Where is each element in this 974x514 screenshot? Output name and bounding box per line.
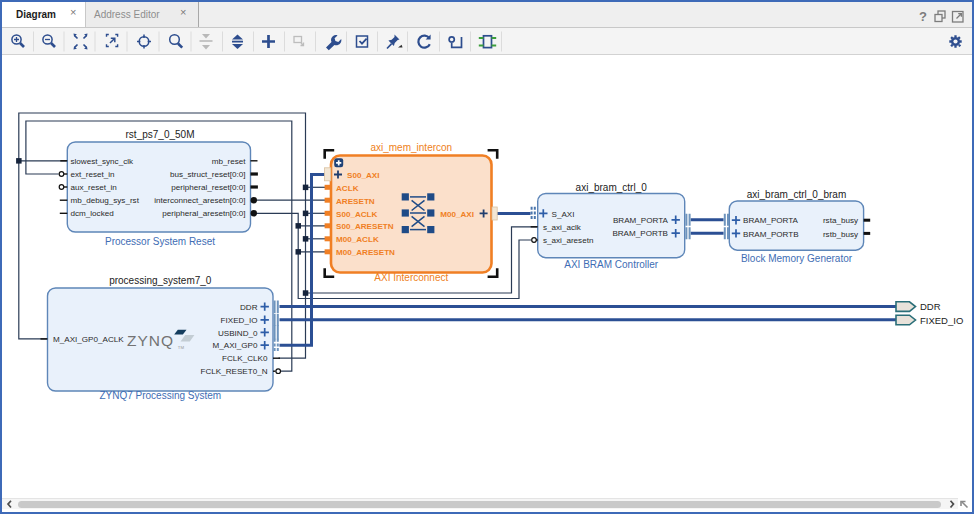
svg-text:Processor System Reset: Processor System Reset bbox=[105, 236, 215, 247]
svg-text:DDR: DDR bbox=[920, 301, 941, 312]
svg-text:S00_AXI: S00_AXI bbox=[347, 171, 379, 180]
svg-text:Block Memory Generator: Block Memory Generator bbox=[741, 253, 853, 264]
svg-text:rsta_busy: rsta_busy bbox=[823, 216, 859, 225]
svg-text:ext_reset_in: ext_reset_in bbox=[71, 170, 115, 179]
svg-text:bus_struct_reset[0:0]: bus_struct_reset[0:0] bbox=[170, 170, 246, 179]
svg-text:FIXED_IO: FIXED_IO bbox=[221, 316, 258, 325]
svg-text:DDR: DDR bbox=[240, 303, 258, 312]
svg-text:AXI Interconnect: AXI Interconnect bbox=[374, 272, 448, 283]
svg-text:aux_reset_in: aux_reset_in bbox=[71, 183, 117, 192]
svg-text:mb_reset: mb_reset bbox=[212, 157, 246, 166]
svg-text:USBIND_0: USBIND_0 bbox=[218, 329, 258, 338]
svg-text:ACLK: ACLK bbox=[336, 184, 359, 193]
svg-text:BRAM_PORTB: BRAM_PORTB bbox=[743, 230, 799, 239]
svg-text:dcm_locked: dcm_locked bbox=[71, 209, 114, 218]
svg-text:rst_ps7_0_50M: rst_ps7_0_50M bbox=[126, 129, 195, 140]
svg-text:M00_ARESETN: M00_ARESETN bbox=[336, 248, 395, 257]
svg-text:peripheral_reset[0:0]: peripheral_reset[0:0] bbox=[171, 183, 245, 192]
svg-text:ARESETN: ARESETN bbox=[336, 197, 375, 206]
svg-text:M_AXI_GP0_ACLK: M_AXI_GP0_ACLK bbox=[53, 335, 124, 344]
svg-text:M00_AXI: M00_AXI bbox=[440, 210, 474, 219]
svg-text:S00_ACLK: S00_ACLK bbox=[336, 210, 378, 219]
svg-text:ZYNQ: ZYNQ bbox=[127, 332, 174, 349]
svg-text:S00_ARESETN: S00_ARESETN bbox=[336, 222, 394, 231]
svg-text:S_AXI: S_AXI bbox=[552, 210, 575, 219]
svg-text:TM: TM bbox=[178, 345, 185, 350]
svg-text:M00_ACLK: M00_ACLK bbox=[336, 235, 379, 244]
svg-text:?: ? bbox=[919, 9, 927, 24]
svg-text:s_axi_aresetn: s_axi_aresetn bbox=[543, 236, 593, 245]
svg-text:FCLK_CLK0: FCLK_CLK0 bbox=[222, 354, 268, 363]
svg-text:mb_debug_sys_rst: mb_debug_sys_rst bbox=[71, 196, 140, 205]
svg-text:peripheral_aresetn[0:0]: peripheral_aresetn[0:0] bbox=[162, 209, 245, 218]
svg-text:processing_system7_0: processing_system7_0 bbox=[109, 275, 212, 286]
svg-text:axi_bram_ctrl_0_bram: axi_bram_ctrl_0_bram bbox=[747, 189, 847, 200]
svg-text:FIXED_IO: FIXED_IO bbox=[920, 315, 963, 326]
svg-text:rstb_busy: rstb_busy bbox=[823, 230, 859, 239]
svg-text:slowest_sync_clk: slowest_sync_clk bbox=[71, 157, 134, 166]
svg-text:M_AXI_GP0: M_AXI_GP0 bbox=[213, 341, 258, 350]
svg-text:s_axi_aclk: s_axi_aclk bbox=[543, 223, 582, 232]
svg-text:interconnect_aresetn[0:0]: interconnect_aresetn[0:0] bbox=[154, 196, 245, 205]
svg-text:ZYNQ7 Processing System: ZYNQ7 Processing System bbox=[99, 390, 221, 401]
svg-text:BRAM_PORTA: BRAM_PORTA bbox=[613, 216, 669, 225]
svg-text:axi_bram_ctrl_0: axi_bram_ctrl_0 bbox=[576, 182, 648, 193]
svg-text:axi_mem_intercon: axi_mem_intercon bbox=[370, 142, 452, 153]
svg-text:AXI BRAM Controller: AXI BRAM Controller bbox=[564, 259, 659, 270]
svg-text:BRAM_PORTB: BRAM_PORTB bbox=[612, 229, 668, 238]
svg-text:BRAM_PORTA: BRAM_PORTA bbox=[743, 216, 799, 225]
svg-text:FCLK_RESET0_N: FCLK_RESET0_N bbox=[200, 367, 267, 376]
